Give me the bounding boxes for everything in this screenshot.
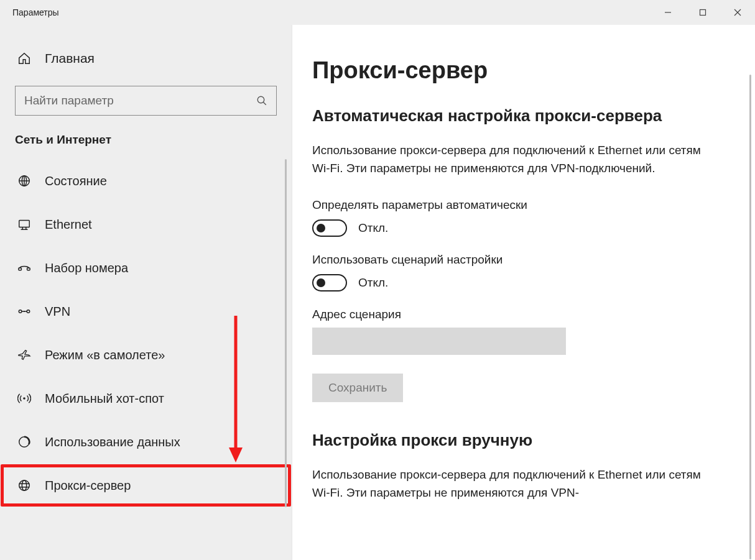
sidebar-section-title: Сеть и Интернет [0,133,292,159]
sidebar: Главная Сеть и Интернет Состояние Ethern… [0,25,292,560]
svg-point-20 [23,397,25,400]
titlebar: Параметры [0,0,755,25]
detect-settings-row: Откл. [312,219,730,237]
page-title: Прокси-сервер [312,57,730,84]
sidebar-item-dialup[interactable]: Набор номера [0,246,292,290]
window-controls [651,0,755,25]
window-title: Параметры [12,7,59,17]
settings-window: Параметры Главная [0,0,755,560]
svg-rect-10 [19,221,30,227]
search-wrap [0,86,292,133]
svg-rect-1 [700,10,706,16]
use-script-state: Откл. [358,276,388,290]
globe-grid-icon [17,174,31,188]
close-icon [734,9,741,16]
home-icon [17,52,31,65]
globe-icon [17,479,31,492]
sidebar-item-label: Набор номера [45,261,128,275]
sidebar-item-label: Прокси-сервер [45,479,131,493]
svg-point-4 [257,96,264,103]
airplane-icon [17,348,31,362]
sidebar-item-label: Мобильный хот-спот [45,392,164,406]
detect-settings-toggle[interactable] [312,219,347,237]
svg-point-19 [24,311,25,312]
maximize-icon [699,9,706,16]
search-icon [256,95,267,106]
dialup-icon [17,261,31,275]
svg-point-22 [19,480,30,491]
ethernet-icon [17,218,31,231]
maximize-button[interactable] [685,0,720,25]
home-nav[interactable]: Главная [0,46,292,71]
sidebar-nav: Состояние Ethernet Набор номера VPN Режи [0,159,292,560]
sidebar-item-label: VPN [45,305,70,319]
script-address-input [312,328,566,355]
sidebar-item-label: Состояние [45,174,107,188]
auto-proxy-description: Использование прокси-сервера для подключ… [312,142,710,177]
svg-point-23 [22,480,26,491]
use-script-row: Откл. [312,274,730,291]
main-scrollbar[interactable] [749,75,751,559]
sidebar-item-datausage[interactable]: Использование данных [0,420,292,464]
search-box[interactable] [15,86,277,116]
home-label: Главная [45,51,95,66]
auto-proxy-heading: Автоматическая настройка прокси-сервера [312,106,730,126]
sidebar-item-status[interactable]: Состояние [0,159,292,203]
save-button: Сохранить [312,374,403,402]
main-content: Прокси-сервер Автоматическая настройка п… [292,25,755,560]
body: Главная Сеть и Интернет Состояние Ethern… [0,25,755,560]
manual-proxy-description: Использование прокси-сервера для подключ… [312,466,710,502]
sidebar-item-label: Ethernet [45,218,92,232]
manual-proxy-heading: Настройка прокси вручную [312,431,730,450]
detect-settings-state: Откл. [358,221,388,235]
svg-rect-15 [27,268,30,270]
close-button[interactable] [720,0,755,25]
script-address-label: Адрес сценария [312,308,730,321]
svg-point-16 [19,310,22,313]
svg-line-5 [263,102,266,105]
minimize-button[interactable] [651,0,685,25]
sidebar-item-airplane[interactable]: Режим «в самолете» [0,333,292,377]
minimize-icon [664,9,672,16]
hotspot-icon [17,392,31,405]
sidebar-item-label: Использование данных [45,435,180,449]
search-input[interactable] [24,94,251,108]
svg-rect-14 [19,268,22,270]
sidebar-scrollbar[interactable] [285,159,287,507]
svg-point-17 [27,310,30,313]
data-usage-icon [17,435,31,449]
sidebar-item-proxy[interactable]: Прокси-сервер [0,464,292,507]
use-script-toggle[interactable] [312,274,347,291]
detect-settings-label: Определять параметры автоматически [312,198,730,212]
sidebar-item-ethernet[interactable]: Ethernet [0,203,292,246]
sidebar-item-hotspot[interactable]: Мобильный хот-спот [0,377,292,420]
sidebar-item-vpn[interactable]: VPN [0,290,292,333]
use-script-label: Использовать сценарий настройки [312,253,730,267]
vpn-icon [17,305,31,318]
sidebar-item-label: Режим «в самолете» [45,348,165,362]
